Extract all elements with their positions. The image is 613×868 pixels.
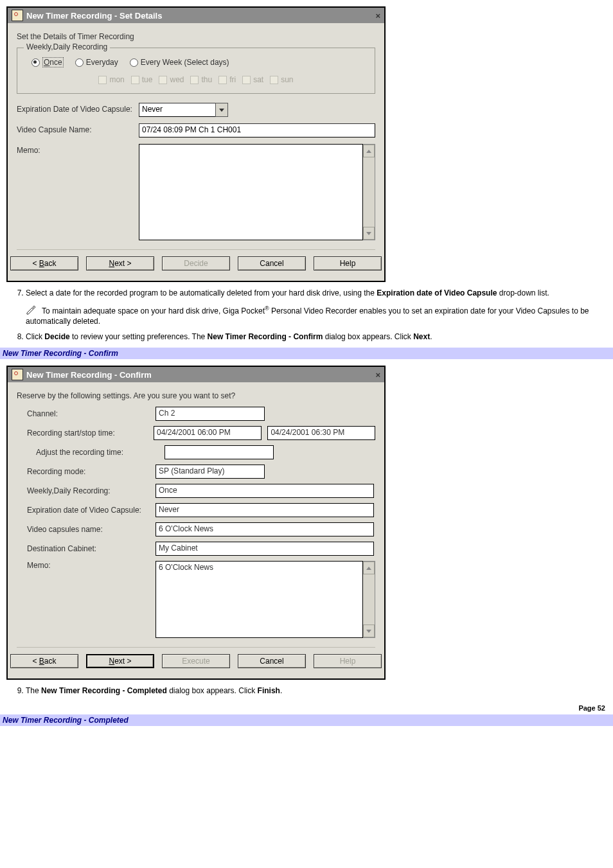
mode-value: SP (Standard Play) bbox=[155, 465, 265, 479]
memo-textarea[interactable] bbox=[139, 144, 363, 240]
dialog-title: New Timer Recording - Set Details bbox=[26, 11, 162, 21]
expiration-label: Expiration date of Video Capsule: bbox=[17, 506, 155, 515]
dialog-confirm: New Timer Recording - Confirm × Reserve … bbox=[6, 366, 386, 680]
dest-label: Destination Cabinet: bbox=[17, 544, 155, 553]
memo-value: 6 O'Clock News bbox=[155, 561, 363, 638]
app-icon bbox=[12, 369, 23, 380]
start-time-value: 04/24/2001 06:00 PM bbox=[154, 426, 262, 440]
radio-everyday[interactable]: Everyday bbox=[75, 58, 118, 67]
day-wed: wed bbox=[159, 75, 184, 84]
scroll-down-icon[interactable] bbox=[363, 227, 375, 240]
mode-label: Recording mode: bbox=[17, 467, 155, 476]
titlebar: New Timer Recording - Confirm × bbox=[8, 367, 384, 382]
adjust-value bbox=[164, 445, 274, 459]
weekly-label: Weekly,Daily Recording: bbox=[17, 486, 155, 495]
day-thu: thu bbox=[190, 75, 212, 84]
day-sat: sat bbox=[242, 75, 263, 84]
scrollbar[interactable] bbox=[363, 144, 375, 240]
section-label: Set the Details of Timer Recording bbox=[17, 32, 375, 41]
day-mon: mon bbox=[98, 75, 124, 84]
radio-everyweek[interactable]: Every Week (Select days) bbox=[130, 58, 229, 67]
expiration-label: Expiration Date of Video Capsule: bbox=[17, 103, 139, 114]
dialog-title: New Timer Recording - Confirm bbox=[26, 370, 152, 380]
radio-once[interactable]: Once bbox=[31, 57, 64, 67]
channel-value: Ch 2 bbox=[155, 407, 265, 421]
back-button[interactable]: < Back bbox=[10, 654, 78, 668]
step-7: Select a date for the recorded program t… bbox=[26, 288, 607, 332]
day-tue: tue bbox=[131, 75, 153, 84]
dialog-set-details: New Timer Recording - Set Details × Set … bbox=[6, 6, 386, 282]
instruction-list-2: The New Timer Recording - Completed dial… bbox=[0, 686, 613, 702]
scroll-up-icon[interactable] bbox=[363, 145, 375, 157]
execute-button: Execute bbox=[162, 654, 230, 668]
close-icon[interactable]: × bbox=[375, 11, 380, 21]
day-sun: sun bbox=[270, 75, 293, 84]
divider bbox=[17, 249, 375, 250]
note-icon bbox=[26, 306, 37, 317]
weekly-daily-group: Weekly,Daily Recording Once Everyday Eve… bbox=[17, 48, 375, 94]
titlebar: New Timer Recording - Set Details × bbox=[8, 8, 384, 23]
confirm-question: Reserve by the following settings. Are y… bbox=[17, 391, 375, 400]
group-legend: Weekly,Daily Recording bbox=[24, 42, 110, 51]
radio-icon bbox=[130, 58, 138, 67]
instruction-list: Select a date for the recorded program t… bbox=[0, 288, 613, 348]
adjust-label: Adjust the recording time: bbox=[17, 448, 164, 457]
cancel-button[interactable]: Cancel bbox=[238, 256, 306, 270]
next-button[interactable]: Next > bbox=[86, 654, 154, 668]
scroll-up-icon[interactable] bbox=[363, 562, 375, 574]
scroll-down-icon[interactable] bbox=[363, 624, 375, 637]
expiration-select[interactable]: Never bbox=[139, 103, 228, 117]
memo-label: Memo: bbox=[17, 561, 155, 570]
expiration-value: Never bbox=[155, 503, 374, 517]
page-number: Page 52 bbox=[0, 702, 613, 714]
step-9: The New Timer Recording - Completed dial… bbox=[26, 686, 607, 702]
caption-confirm: New Timer Recording - Confirm bbox=[0, 348, 613, 359]
caption-completed: New Timer Recording - Completed bbox=[0, 714, 613, 726]
scrollbar[interactable] bbox=[363, 561, 375, 638]
cancel-button[interactable]: Cancel bbox=[238, 654, 306, 668]
divider bbox=[17, 647, 375, 648]
next-button[interactable]: Next > bbox=[86, 256, 154, 270]
expiration-value: Never bbox=[139, 103, 216, 117]
help-button: Help bbox=[314, 654, 382, 668]
decide-button: Decide bbox=[162, 256, 230, 270]
capsname-label: Video capsules name: bbox=[17, 525, 155, 534]
capsule-name-input[interactable]: 07/24 08:09 PM Ch 1 CH001 bbox=[139, 123, 375, 137]
dest-value: My Cabinet bbox=[155, 542, 374, 556]
day-checkbox-row: mon tue wed thu fri sat sun bbox=[25, 75, 367, 84]
day-fri: fri bbox=[218, 75, 236, 84]
back-button[interactable]: < Back bbox=[10, 256, 78, 270]
step-8: Click Decide to review your setting pref… bbox=[26, 332, 607, 348]
help-button[interactable]: Help bbox=[314, 256, 382, 270]
radio-icon bbox=[31, 58, 40, 67]
memo-label: Memo: bbox=[17, 144, 139, 155]
radio-icon bbox=[75, 58, 84, 67]
app-icon bbox=[12, 10, 23, 21]
capsname-value: 6 O'Clock News bbox=[155, 522, 374, 536]
time-label: Recording start/stop time: bbox=[17, 429, 154, 438]
stop-time-value: 04/24/2001 06:30 PM bbox=[267, 426, 375, 440]
channel-label: Channel: bbox=[17, 409, 155, 418]
capsule-name-label: Video Capsule Name: bbox=[17, 123, 139, 134]
weekly-value: Once bbox=[155, 484, 374, 498]
close-icon[interactable]: × bbox=[375, 370, 380, 380]
chevron-down-icon[interactable] bbox=[215, 103, 228, 117]
